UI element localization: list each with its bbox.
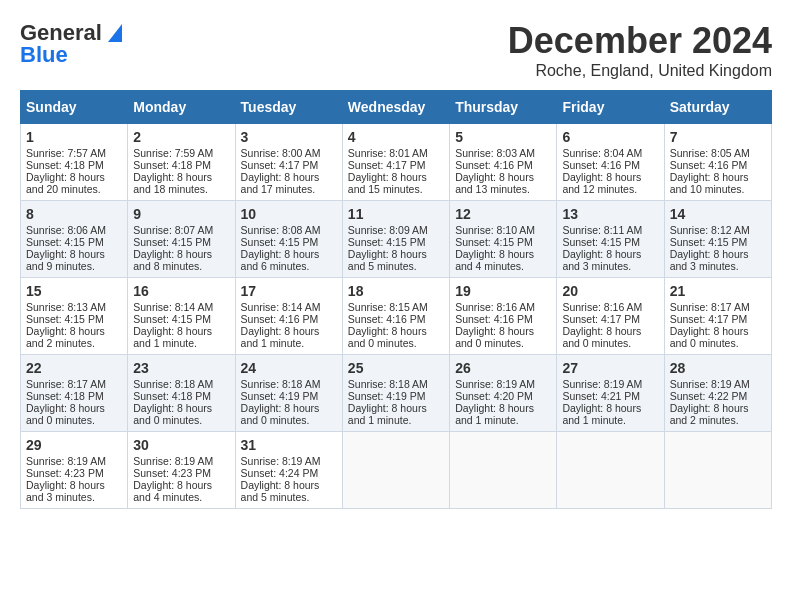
sunrise-label: Sunrise: 8:18 AM bbox=[241, 378, 321, 390]
calendar-cell: 15 Sunrise: 8:13 AM Sunset: 4:15 PM Dayl… bbox=[21, 278, 128, 355]
daylight-label: Daylight: 8 hours and 8 minutes. bbox=[133, 248, 212, 272]
sunset-label: Sunset: 4:16 PM bbox=[348, 313, 426, 325]
sunrise-label: Sunrise: 8:01 AM bbox=[348, 147, 428, 159]
day-number: 9 bbox=[133, 206, 229, 222]
sunset-label: Sunset: 4:17 PM bbox=[562, 313, 640, 325]
calendar-cell: 27 Sunrise: 8:19 AM Sunset: 4:21 PM Dayl… bbox=[557, 355, 664, 432]
daylight-label: Daylight: 8 hours and 18 minutes. bbox=[133, 171, 212, 195]
day-number: 29 bbox=[26, 437, 122, 453]
page-header: General Blue December 2024 Roche, Englan… bbox=[20, 20, 772, 80]
sunrise-label: Sunrise: 8:05 AM bbox=[670, 147, 750, 159]
day-number: 15 bbox=[26, 283, 122, 299]
sunset-label: Sunset: 4:22 PM bbox=[670, 390, 748, 402]
logo-blue: Blue bbox=[20, 42, 68, 68]
daylight-label: Daylight: 8 hours and 3 minutes. bbox=[670, 248, 749, 272]
daylight-label: Daylight: 8 hours and 4 minutes. bbox=[133, 479, 212, 503]
calendar-cell: 19 Sunrise: 8:16 AM Sunset: 4:16 PM Dayl… bbox=[450, 278, 557, 355]
daylight-label: Daylight: 8 hours and 2 minutes. bbox=[670, 402, 749, 426]
sunrise-label: Sunrise: 8:00 AM bbox=[241, 147, 321, 159]
calendar-cell: 8 Sunrise: 8:06 AM Sunset: 4:15 PM Dayli… bbox=[21, 201, 128, 278]
sunset-label: Sunset: 4:19 PM bbox=[348, 390, 426, 402]
day-number: 26 bbox=[455, 360, 551, 376]
day-number: 7 bbox=[670, 129, 766, 145]
calendar-cell: 28 Sunrise: 8:19 AM Sunset: 4:22 PM Dayl… bbox=[664, 355, 771, 432]
day-number: 10 bbox=[241, 206, 337, 222]
daylight-label: Daylight: 8 hours and 1 minute. bbox=[455, 402, 534, 426]
day-number: 28 bbox=[670, 360, 766, 376]
calendar-cell: 26 Sunrise: 8:19 AM Sunset: 4:20 PM Dayl… bbox=[450, 355, 557, 432]
daylight-label: Daylight: 8 hours and 10 minutes. bbox=[670, 171, 749, 195]
daylight-label: Daylight: 8 hours and 1 minute. bbox=[133, 325, 212, 349]
day-number: 25 bbox=[348, 360, 444, 376]
header-sunday: Sunday bbox=[21, 91, 128, 124]
sunset-label: Sunset: 4:21 PM bbox=[562, 390, 640, 402]
daylight-label: Daylight: 8 hours and 0 minutes. bbox=[133, 402, 212, 426]
sunset-label: Sunset: 4:15 PM bbox=[562, 236, 640, 248]
calendar-cell bbox=[664, 432, 771, 509]
sunrise-label: Sunrise: 8:08 AM bbox=[241, 224, 321, 236]
daylight-label: Daylight: 8 hours and 0 minutes. bbox=[26, 402, 105, 426]
header-thursday: Thursday bbox=[450, 91, 557, 124]
calendar-cell: 21 Sunrise: 8:17 AM Sunset: 4:17 PM Dayl… bbox=[664, 278, 771, 355]
calendar-cell: 2 Sunrise: 7:59 AM Sunset: 4:18 PM Dayli… bbox=[128, 124, 235, 201]
calendar-cell: 9 Sunrise: 8:07 AM Sunset: 4:15 PM Dayli… bbox=[128, 201, 235, 278]
sunset-label: Sunset: 4:16 PM bbox=[562, 159, 640, 171]
calendar-cell: 4 Sunrise: 8:01 AM Sunset: 4:17 PM Dayli… bbox=[342, 124, 449, 201]
day-number: 31 bbox=[241, 437, 337, 453]
header-friday: Friday bbox=[557, 91, 664, 124]
sunrise-label: Sunrise: 8:17 AM bbox=[26, 378, 106, 390]
daylight-label: Daylight: 8 hours and 0 minutes. bbox=[670, 325, 749, 349]
daylight-label: Daylight: 8 hours and 5 minutes. bbox=[348, 248, 427, 272]
day-number: 5 bbox=[455, 129, 551, 145]
calendar-cell bbox=[342, 432, 449, 509]
day-number: 16 bbox=[133, 283, 229, 299]
sunset-label: Sunset: 4:15 PM bbox=[455, 236, 533, 248]
calendar-week-3: 15 Sunrise: 8:13 AM Sunset: 4:15 PM Dayl… bbox=[21, 278, 772, 355]
day-number: 17 bbox=[241, 283, 337, 299]
logo-arrow-icon bbox=[104, 24, 122, 42]
daylight-label: Daylight: 8 hours and 15 minutes. bbox=[348, 171, 427, 195]
calendar-cell: 7 Sunrise: 8:05 AM Sunset: 4:16 PM Dayli… bbox=[664, 124, 771, 201]
sunrise-label: Sunrise: 8:16 AM bbox=[562, 301, 642, 313]
calendar-cell: 3 Sunrise: 8:00 AM Sunset: 4:17 PM Dayli… bbox=[235, 124, 342, 201]
daylight-label: Daylight: 8 hours and 20 minutes. bbox=[26, 171, 105, 195]
day-number: 4 bbox=[348, 129, 444, 145]
day-number: 6 bbox=[562, 129, 658, 145]
daylight-label: Daylight: 8 hours and 3 minutes. bbox=[562, 248, 641, 272]
svg-marker-0 bbox=[108, 24, 122, 42]
sunrise-label: Sunrise: 8:14 AM bbox=[133, 301, 213, 313]
calendar-cell bbox=[557, 432, 664, 509]
daylight-label: Daylight: 8 hours and 0 minutes. bbox=[455, 325, 534, 349]
calendar-cell: 24 Sunrise: 8:18 AM Sunset: 4:19 PM Dayl… bbox=[235, 355, 342, 432]
day-number: 27 bbox=[562, 360, 658, 376]
sunset-label: Sunset: 4:17 PM bbox=[670, 313, 748, 325]
day-number: 24 bbox=[241, 360, 337, 376]
daylight-label: Daylight: 8 hours and 5 minutes. bbox=[241, 479, 320, 503]
calendar-cell: 10 Sunrise: 8:08 AM Sunset: 4:15 PM Dayl… bbox=[235, 201, 342, 278]
sunset-label: Sunset: 4:18 PM bbox=[133, 159, 211, 171]
logo: General Blue bbox=[20, 20, 122, 68]
calendar-header-row: SundayMondayTuesdayWednesdayThursdayFrid… bbox=[21, 91, 772, 124]
page-title: December 2024 bbox=[508, 20, 772, 62]
calendar-week-4: 22 Sunrise: 8:17 AM Sunset: 4:18 PM Dayl… bbox=[21, 355, 772, 432]
daylight-label: Daylight: 8 hours and 1 minute. bbox=[562, 402, 641, 426]
calendar-cell: 20 Sunrise: 8:16 AM Sunset: 4:17 PM Dayl… bbox=[557, 278, 664, 355]
calendar-cell bbox=[450, 432, 557, 509]
sunset-label: Sunset: 4:18 PM bbox=[133, 390, 211, 402]
header-wednesday: Wednesday bbox=[342, 91, 449, 124]
header-tuesday: Tuesday bbox=[235, 91, 342, 124]
sunset-label: Sunset: 4:16 PM bbox=[670, 159, 748, 171]
day-number: 1 bbox=[26, 129, 122, 145]
calendar-week-5: 29 Sunrise: 8:19 AM Sunset: 4:23 PM Dayl… bbox=[21, 432, 772, 509]
calendar-cell: 12 Sunrise: 8:10 AM Sunset: 4:15 PM Dayl… bbox=[450, 201, 557, 278]
calendar-cell: 6 Sunrise: 8:04 AM Sunset: 4:16 PM Dayli… bbox=[557, 124, 664, 201]
sunrise-label: Sunrise: 8:19 AM bbox=[133, 455, 213, 467]
sunset-label: Sunset: 4:16 PM bbox=[455, 313, 533, 325]
header-saturday: Saturday bbox=[664, 91, 771, 124]
sunset-label: Sunset: 4:18 PM bbox=[26, 390, 104, 402]
page-subtitle: Roche, England, United Kingdom bbox=[508, 62, 772, 80]
sunset-label: Sunset: 4:17 PM bbox=[241, 159, 319, 171]
day-number: 19 bbox=[455, 283, 551, 299]
sunset-label: Sunset: 4:15 PM bbox=[133, 236, 211, 248]
day-number: 23 bbox=[133, 360, 229, 376]
